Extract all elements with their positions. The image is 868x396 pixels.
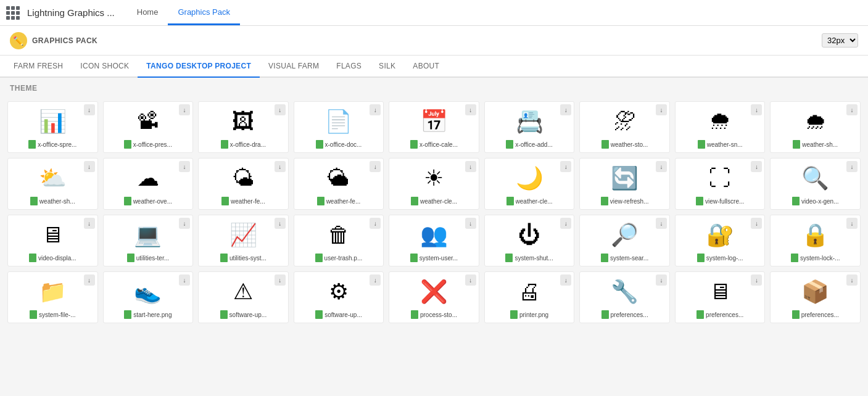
download-button[interactable]: ↓ <box>846 274 858 286</box>
download-button[interactable]: ↓ <box>370 218 381 229</box>
download-button[interactable]: ↓ <box>179 161 190 172</box>
download-button[interactable]: ↓ <box>179 104 190 115</box>
icon-card[interactable]: ↓🔍video-x-gen... <box>770 158 861 210</box>
icon-image: 🖥 <box>38 220 67 250</box>
size-dropdown[interactable]: 16px 24px 32px 48px 64px <box>822 33 858 47</box>
download-button[interactable]: ↓ <box>84 104 95 115</box>
icon-card[interactable]: ↓🌤weather-fe... <box>198 158 289 210</box>
download-button[interactable]: ↓ <box>179 218 190 229</box>
icon-card[interactable]: ↓❌process-sto... <box>389 271 479 323</box>
download-button[interactable]: ↓ <box>465 161 476 172</box>
icon-card[interactable]: ↓📁system-file-... <box>7 271 98 323</box>
download-button[interactable]: ↓ <box>370 274 381 286</box>
icon-card[interactable]: ↓⛶view-fullscre... <box>675 158 766 210</box>
download-button[interactable]: ↓ <box>751 161 762 172</box>
download-button[interactable]: ↓ <box>656 274 667 286</box>
download-button[interactable]: ↓ <box>465 104 476 115</box>
icon-card[interactable]: ↓⛅weather-sh... <box>7 158 98 210</box>
icon-card[interactable]: ↓🔒system-lock-... <box>770 215 861 266</box>
download-button[interactable]: ↓ <box>84 218 95 229</box>
cat-tab-about[interactable]: ABOUT <box>404 56 448 78</box>
app-grid-icon[interactable] <box>6 6 20 20</box>
download-button[interactable]: ↓ <box>275 104 286 115</box>
icon-card[interactable]: ↓⚙software-up... <box>294 271 384 323</box>
download-button[interactable]: ↓ <box>656 104 667 115</box>
icon-card[interactable]: ↓🔐system-log-... <box>675 215 766 266</box>
download-button[interactable]: ↓ <box>751 218 762 229</box>
icon-card[interactable]: ↓📅x-office-cale... <box>389 101 479 153</box>
icon-card[interactable]: ↓📽x-office-pres... <box>103 101 194 153</box>
download-button[interactable]: ↓ <box>84 274 95 286</box>
cat-tab-visual-farm[interactable]: VISUAL FARM <box>260 56 328 78</box>
icon-name: start-here.png <box>124 310 172 319</box>
download-button[interactable]: ↓ <box>370 161 381 172</box>
icon-card[interactable]: ↓🖨printer.png <box>484 271 575 323</box>
download-button[interactable]: ↓ <box>846 104 858 115</box>
download-button[interactable]: ↓ <box>275 161 286 172</box>
icon-card[interactable]: ↓⚠software-up... <box>198 271 289 323</box>
icon-image: 🌨 <box>705 107 735 136</box>
icon-card[interactable]: ↓🗑user-trash.p... <box>294 215 384 266</box>
icon-card[interactable]: ↓👟start-here.png <box>103 271 194 323</box>
icon-card[interactable]: ↓👥system-user... <box>389 215 479 266</box>
icon-image: 🔍 <box>801 163 830 193</box>
icon-image: 🌧 <box>801 107 830 136</box>
icon-image: 📅 <box>419 107 448 136</box>
icon-name: system-file-... <box>30 310 75 319</box>
download-button[interactable]: ↓ <box>84 161 95 172</box>
download-button[interactable]: ↓ <box>560 161 571 172</box>
cat-tab-silk[interactable]: SILK <box>370 56 404 78</box>
download-button[interactable]: ↓ <box>275 218 286 229</box>
icon-card[interactable]: ↓🖥video-displa... <box>7 215 98 266</box>
icon-card[interactable]: ↓🌥weather-fe... <box>294 158 384 210</box>
download-button[interactable]: ↓ <box>560 274 571 286</box>
icon-image: 🖨 <box>515 277 544 307</box>
icon-card[interactable]: ↓📇x-office-add... <box>484 101 575 153</box>
icon-card[interactable]: ↓💻utilities-ter... <box>103 215 194 266</box>
icon-card[interactable]: ↓🌧weather-sh... <box>770 101 861 153</box>
icon-card[interactable]: ↓🔧preferences... <box>579 271 670 323</box>
download-button[interactable]: ↓ <box>560 104 571 115</box>
download-button[interactable]: ↓ <box>275 274 286 286</box>
icon-card[interactable]: ↓📄x-office-doc... <box>294 101 384 153</box>
download-button[interactable]: ↓ <box>465 274 476 286</box>
tab-graphics-pack[interactable]: Graphics Pack <box>168 0 240 25</box>
download-button[interactable]: ↓ <box>179 274 190 286</box>
icon-card[interactable]: ↓🖥preferences... <box>675 271 766 323</box>
icon-card[interactable]: ↓🔄view-refresh... <box>579 158 670 210</box>
icon-card[interactable]: ↓☁weather-ove... <box>103 158 194 210</box>
download-button[interactable]: ↓ <box>465 218 476 229</box>
icon-card[interactable]: ↓☀weather-cle... <box>389 158 479 210</box>
icon-image: 👥 <box>419 220 448 250</box>
tab-nav: Home Graphics Pack <box>127 0 240 25</box>
download-button[interactable]: ↓ <box>560 218 571 229</box>
icon-name: x-office-spre... <box>28 140 76 149</box>
cat-tab-tango[interactable]: TANGO DESKTOP PROJECT <box>138 56 260 78</box>
tab-home[interactable]: Home <box>127 0 168 25</box>
download-button[interactable]: ↓ <box>656 161 667 172</box>
icon-image: 🔐 <box>705 220 735 250</box>
icon-name: x-office-doc... <box>316 140 362 149</box>
icon-card[interactable]: ↓🌙weather-cle... <box>484 158 575 210</box>
icon-card[interactable]: ↓⛈weather-sto... <box>579 101 670 153</box>
cat-tab-farm-fresh[interactable]: FARM FRESH <box>5 56 72 78</box>
icon-card[interactable]: ↓🖼x-office-dra... <box>198 101 289 153</box>
icon-image: ⚠ <box>228 277 258 307</box>
download-button[interactable]: ↓ <box>846 161 858 172</box>
download-button[interactable]: ↓ <box>751 104 762 115</box>
cat-tab-icon-shock[interactable]: ICON SHOCK <box>72 56 138 78</box>
icon-grid: ↓📊x-office-spre...↓📽x-office-pres...↓🖼x-… <box>0 96 868 328</box>
icon-card[interactable]: ↓🔎system-sear... <box>579 215 670 266</box>
size-selector[interactable]: 16px 24px 32px 48px 64px <box>822 33 858 47</box>
icon-card[interactable]: ↓⏻system-shut... <box>484 215 575 266</box>
download-button[interactable]: ↓ <box>370 104 381 115</box>
icon-image: ⛅ <box>38 163 67 193</box>
download-button[interactable]: ↓ <box>656 218 667 229</box>
cat-tab-flags[interactable]: FLAGS <box>328 56 370 78</box>
icon-card[interactable]: ↓📊x-office-spre... <box>7 101 98 153</box>
icon-card[interactable]: ↓📈utilities-syst... <box>198 215 289 266</box>
download-button[interactable]: ↓ <box>846 218 858 229</box>
download-button[interactable]: ↓ <box>751 274 762 286</box>
icon-card[interactable]: ↓📦preferences... <box>770 271 861 323</box>
icon-card[interactable]: ↓🌨weather-sn... <box>675 101 766 153</box>
